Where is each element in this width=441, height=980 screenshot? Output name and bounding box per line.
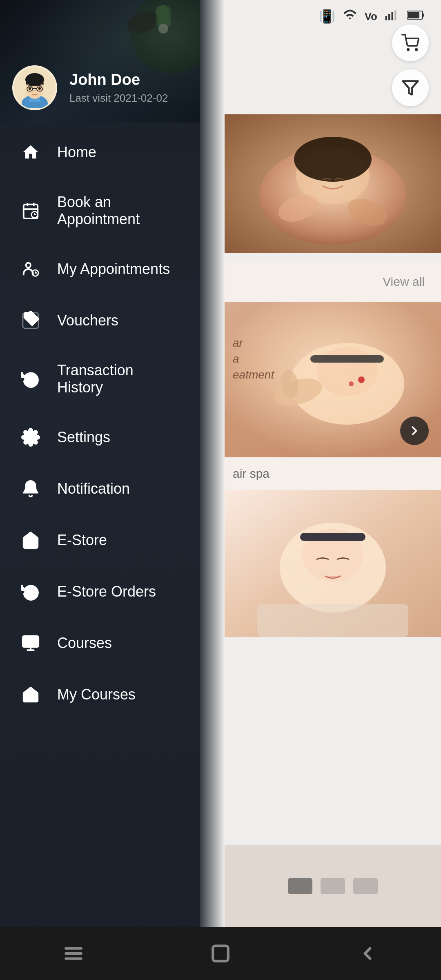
sidebar-item-settings-label: Settings xyxy=(57,429,110,446)
cart-button[interactable] xyxy=(392,24,429,61)
tab-dots xyxy=(288,878,378,894)
home-nav-button[interactable] xyxy=(204,937,237,970)
hair-spa-label: air spa xyxy=(225,457,441,490)
wifi-icon xyxy=(343,8,357,25)
bottom-tab-area xyxy=(225,845,441,927)
settings-icon xyxy=(20,427,41,448)
courses-icon xyxy=(20,633,41,653)
filter-button[interactable] xyxy=(392,69,429,106)
drawer-shadow xyxy=(200,0,225,980)
sidebar-item-my-appointments-label: My Appointments xyxy=(57,261,170,278)
sidebar-item-transaction-history[interactable]: Transaction History xyxy=(0,346,200,412)
svg-point-18 xyxy=(316,347,378,396)
facial-treatment-card xyxy=(225,490,441,637)
svg-rect-3 xyxy=(394,11,396,20)
svg-point-42 xyxy=(38,87,41,90)
data-icon: Vo xyxy=(365,10,377,23)
view-all-label[interactable]: View all xyxy=(383,275,425,289)
svg-point-32 xyxy=(158,24,168,33)
sidebar-item-courses[interactable]: Courses xyxy=(0,617,200,669)
user-name: John Doe xyxy=(69,71,168,89)
voucher-icon xyxy=(20,310,41,331)
svg-rect-2 xyxy=(392,12,394,20)
calendar-icon xyxy=(20,200,41,221)
orders-icon xyxy=(20,581,41,602)
svg-point-54 xyxy=(25,316,27,318)
sidebar-item-e-store-label: E-Store xyxy=(57,532,107,549)
svg-point-56 xyxy=(32,322,33,323)
vibrate-icon: 📳 xyxy=(319,9,335,24)
treatment-next-button[interactable] xyxy=(400,416,429,445)
svg-point-7 xyxy=(408,49,409,51)
svg-point-13 xyxy=(294,137,372,182)
svg-point-41 xyxy=(29,87,31,90)
bell-icon xyxy=(20,479,41,499)
sidebar-item-my-courses[interactable]: My Courses xyxy=(0,669,200,720)
user-last-visit: Last visit 2021-02-02 xyxy=(69,92,168,105)
svg-point-50 xyxy=(26,263,31,268)
svg-rect-6 xyxy=(423,13,424,17)
bottom-navigation-bar xyxy=(0,927,441,980)
sidebar-item-vouchers[interactable]: Vouchers xyxy=(0,295,200,346)
sidebar-item-my-appointments[interactable]: My Appointments xyxy=(0,243,200,295)
my-courses-icon xyxy=(20,684,41,705)
store-icon xyxy=(20,530,41,550)
treatment-overlay-text: ar a eatment xyxy=(233,335,274,383)
sidebar-item-notification-label: Notification xyxy=(57,480,130,497)
appointments-icon xyxy=(20,259,41,279)
sidebar-item-settings[interactable]: Settings xyxy=(0,412,200,463)
svg-point-31 xyxy=(157,5,169,28)
tab-dot-1 xyxy=(288,878,312,894)
navigation-drawer: John Doe Last visit 2021-02-02 Home xyxy=(0,0,200,980)
svg-rect-5 xyxy=(408,12,419,18)
menu-nav-button[interactable] xyxy=(57,937,90,970)
sidebar-item-e-store[interactable]: E-Store xyxy=(0,514,200,566)
history-icon xyxy=(20,369,41,389)
svg-point-57 xyxy=(36,317,37,318)
svg-point-29 xyxy=(152,4,174,29)
sidebar-item-e-store-orders[interactable]: E-Store Orders xyxy=(0,566,200,617)
battery-icon xyxy=(407,9,425,24)
svg-rect-70 xyxy=(213,946,228,961)
tab-dot-3 xyxy=(353,878,378,894)
sidebar-item-transaction-history-label: Transaction History xyxy=(57,362,180,396)
user-profile-section: John Doe Last visit 2021-02-02 xyxy=(12,65,168,110)
sidebar-item-courses-label: Courses xyxy=(57,635,112,652)
sidebar-item-my-courses-label: My Courses xyxy=(57,686,136,703)
svg-rect-19 xyxy=(310,355,384,363)
sidebar-item-home-label: Home xyxy=(57,144,96,161)
view-all-section: View all xyxy=(225,261,441,302)
stone-decoration xyxy=(131,0,200,74)
sidebar-item-notification[interactable]: Notification xyxy=(0,463,200,514)
treatment-card: ar a eatment xyxy=(225,302,441,457)
svg-rect-1 xyxy=(388,14,390,20)
back-nav-button[interactable] xyxy=(351,937,384,970)
svg-point-30 xyxy=(152,4,174,29)
svg-rect-27 xyxy=(300,533,365,541)
home-icon xyxy=(20,142,41,163)
menu-list: Home Book an Appointment xyxy=(0,122,200,980)
spa-massage-image xyxy=(225,114,441,253)
drawer-header: John Doe Last visit 2021-02-02 xyxy=(0,0,200,122)
svg-point-20 xyxy=(358,376,365,383)
svg-point-21 xyxy=(349,381,354,386)
sidebar-item-vouchers-label: Vouchers xyxy=(57,312,118,329)
svg-point-8 xyxy=(416,49,417,51)
sidebar-item-book-appointment[interactable]: Book an Appointment xyxy=(0,178,200,243)
svg-marker-9 xyxy=(403,81,418,95)
stone-small-decoration xyxy=(124,7,162,38)
tab-dot-2 xyxy=(321,878,345,894)
svg-rect-63 xyxy=(24,693,38,702)
svg-rect-28 xyxy=(257,604,408,637)
user-info: John Doe Last visit 2021-02-02 xyxy=(69,71,168,105)
right-action-icons xyxy=(392,24,429,106)
signal-icon xyxy=(385,7,399,25)
sidebar-item-home[interactable]: Home xyxy=(0,127,200,178)
svg-rect-0 xyxy=(385,16,388,20)
sidebar-item-e-store-orders-label: E-Store Orders xyxy=(57,583,156,600)
svg-point-47 xyxy=(31,212,38,218)
svg-rect-60 xyxy=(23,636,38,647)
user-avatar xyxy=(12,65,57,110)
sidebar-item-book-appointment-label: Book an Appointment xyxy=(57,194,180,228)
